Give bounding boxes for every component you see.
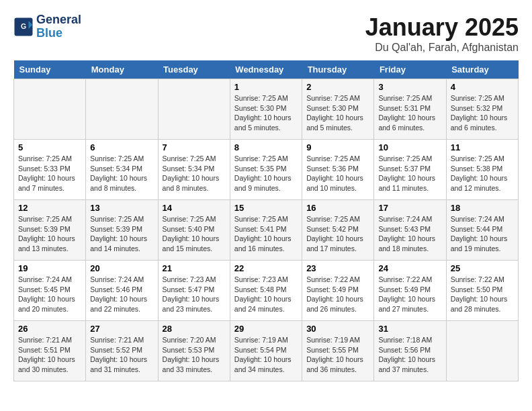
day-number: 1 [234, 82, 298, 92]
day-info: Sunrise: 7:25 AMSunset: 5:34 PMDaylight:… [163, 154, 226, 193]
day-number: 18 [451, 203, 514, 213]
day-number: 21 [163, 263, 226, 273]
calendar-cell: 11Sunrise: 7:25 AMSunset: 5:38 PMDayligh… [446, 140, 518, 200]
day-number: 9 [306, 142, 369, 152]
day-info: Sunrise: 7:24 AMSunset: 5:43 PMDaylight:… [378, 214, 441, 254]
svg-text:G: G [21, 22, 26, 30]
day-number: 17 [378, 203, 441, 213]
calendar-cell: 15Sunrise: 7:25 AMSunset: 5:41 PMDayligh… [230, 200, 302, 261]
day-info: Sunrise: 7:22 AMSunset: 5:49 PMDaylight:… [306, 275, 369, 314]
day-info: Sunrise: 7:25 AMSunset: 5:39 PMDaylight:… [90, 214, 153, 254]
logo-icon: G [13, 17, 34, 37]
calendar-cell: 24Sunrise: 7:22 AMSunset: 5:49 PMDayligh… [374, 261, 446, 321]
calendar-cell: 13Sunrise: 7:25 AMSunset: 5:39 PMDayligh… [86, 200, 158, 261]
header-friday: Friday [374, 60, 446, 79]
day-info: Sunrise: 7:24 AMSunset: 5:44 PMDaylight:… [451, 214, 514, 254]
logo-line1: General [36, 13, 81, 27]
calendar-cell: 22Sunrise: 7:23 AMSunset: 5:48 PMDayligh… [230, 261, 302, 321]
calendar-cell: 20Sunrise: 7:24 AMSunset: 5:46 PMDayligh… [86, 261, 158, 321]
day-number: 16 [306, 203, 369, 213]
calendar-cell: 29Sunrise: 7:19 AMSunset: 5:54 PMDayligh… [230, 321, 302, 381]
calendar-cell: 26Sunrise: 7:21 AMSunset: 5:51 PMDayligh… [14, 321, 86, 381]
calendar-cell [158, 79, 230, 140]
calendar-cell: 14Sunrise: 7:25 AMSunset: 5:40 PMDayligh… [158, 200, 230, 261]
calendar-cell: 4Sunrise: 7:25 AMSunset: 5:32 PMDaylight… [446, 79, 518, 140]
day-number: 29 [234, 324, 298, 334]
day-number: 22 [234, 263, 298, 273]
header-sunday: Sunday [14, 60, 86, 79]
calendar-cell: 31Sunrise: 7:18 AMSunset: 5:56 PMDayligh… [374, 321, 446, 381]
day-number: 19 [18, 263, 81, 273]
calendar-cell: 10Sunrise: 7:25 AMSunset: 5:37 PMDayligh… [374, 140, 446, 200]
day-number: 5 [18, 142, 81, 152]
calendar-cell: 1Sunrise: 7:25 AMSunset: 5:30 PMDaylight… [230, 79, 302, 140]
day-number: 2 [306, 82, 369, 92]
calendar-cell: 12Sunrise: 7:25 AMSunset: 5:39 PMDayligh… [14, 200, 86, 261]
day-info: Sunrise: 7:25 AMSunset: 5:34 PMDaylight:… [90, 154, 153, 193]
calendar-cell: 23Sunrise: 7:22 AMSunset: 5:49 PMDayligh… [302, 261, 374, 321]
day-info: Sunrise: 7:20 AMSunset: 5:53 PMDaylight:… [163, 335, 226, 375]
day-number: 3 [378, 82, 441, 92]
day-number: 12 [18, 203, 81, 213]
day-number: 25 [451, 263, 514, 273]
header: G General Blue January 2025 Du Qal'ah, F… [13, 13, 519, 54]
day-info: Sunrise: 7:21 AMSunset: 5:52 PMDaylight:… [90, 335, 153, 375]
calendar-cell: 25Sunrise: 7:22 AMSunset: 5:50 PMDayligh… [446, 261, 518, 321]
calendar-subtitle: Du Qal'ah, Farah, Afghanistan [365, 42, 519, 54]
calendar-week-2: 5Sunrise: 7:25 AMSunset: 5:33 PMDaylight… [14, 140, 519, 200]
day-info: Sunrise: 7:25 AMSunset: 5:38 PMDaylight:… [451, 154, 514, 193]
calendar-cell [446, 321, 518, 381]
day-info: Sunrise: 7:25 AMSunset: 5:35 PMDaylight:… [234, 154, 298, 193]
day-info: Sunrise: 7:25 AMSunset: 5:30 PMDaylight:… [306, 93, 369, 133]
calendar-week-3: 12Sunrise: 7:25 AMSunset: 5:39 PMDayligh… [14, 200, 519, 261]
day-info: Sunrise: 7:25 AMSunset: 5:36 PMDaylight:… [306, 154, 369, 193]
day-number: 24 [378, 263, 441, 273]
calendar-cell: 7Sunrise: 7:25 AMSunset: 5:34 PMDaylight… [158, 140, 230, 200]
day-number: 28 [163, 324, 226, 334]
day-info: Sunrise: 7:22 AMSunset: 5:49 PMDaylight:… [378, 275, 441, 314]
day-info: Sunrise: 7:19 AMSunset: 5:55 PMDaylight:… [306, 335, 369, 375]
day-number: 6 [90, 142, 153, 152]
header-tuesday: Tuesday [158, 60, 230, 79]
calendar-cell: 16Sunrise: 7:25 AMSunset: 5:42 PMDayligh… [302, 200, 374, 261]
calendar-cell: 28Sunrise: 7:20 AMSunset: 5:53 PMDayligh… [158, 321, 230, 381]
day-info: Sunrise: 7:25 AMSunset: 5:42 PMDaylight:… [306, 214, 369, 254]
day-number: 10 [378, 142, 441, 152]
day-number: 14 [163, 203, 226, 213]
calendar-cell: 27Sunrise: 7:21 AMSunset: 5:52 PMDayligh… [86, 321, 158, 381]
header-wednesday: Wednesday [230, 60, 302, 79]
day-number: 7 [163, 142, 226, 152]
calendar-cell: 19Sunrise: 7:24 AMSunset: 5:45 PMDayligh… [14, 261, 86, 321]
day-number: 15 [234, 203, 298, 213]
calendar-cell: 30Sunrise: 7:19 AMSunset: 5:55 PMDayligh… [302, 321, 374, 381]
header-thursday: Thursday [302, 60, 374, 79]
day-info: Sunrise: 7:22 AMSunset: 5:50 PMDaylight:… [451, 275, 514, 314]
day-number: 4 [451, 82, 514, 92]
day-number: 20 [90, 263, 153, 273]
calendar-cell: 6Sunrise: 7:25 AMSunset: 5:34 PMDaylight… [86, 140, 158, 200]
day-number: 13 [90, 203, 153, 213]
day-number: 27 [90, 324, 153, 334]
day-info: Sunrise: 7:25 AMSunset: 5:33 PMDaylight:… [18, 154, 81, 193]
header-saturday: Saturday [446, 60, 518, 79]
header-monday: Monday [86, 60, 158, 79]
calendar-table: SundayMondayTuesdayWednesdayThursdayFrid… [13, 60, 519, 381]
calendar-cell: 8Sunrise: 7:25 AMSunset: 5:35 PMDaylight… [230, 140, 302, 200]
calendar-cell: 18Sunrise: 7:24 AMSunset: 5:44 PMDayligh… [446, 200, 518, 261]
calendar-cell: 9Sunrise: 7:25 AMSunset: 5:36 PMDaylight… [302, 140, 374, 200]
day-info: Sunrise: 7:23 AMSunset: 5:47 PMDaylight:… [163, 275, 226, 314]
calendar-cell: 21Sunrise: 7:23 AMSunset: 5:47 PMDayligh… [158, 261, 230, 321]
calendar-title: January 2025 [365, 13, 519, 42]
calendar-cell: 17Sunrise: 7:24 AMSunset: 5:43 PMDayligh… [374, 200, 446, 261]
day-info: Sunrise: 7:24 AMSunset: 5:45 PMDaylight:… [18, 275, 81, 314]
day-info: Sunrise: 7:25 AMSunset: 5:39 PMDaylight:… [18, 214, 81, 254]
day-number: 11 [451, 142, 514, 152]
day-number: 8 [234, 142, 298, 152]
calendar-week-1: 1Sunrise: 7:25 AMSunset: 5:30 PMDaylight… [14, 79, 519, 140]
logo: G General Blue [13, 13, 81, 40]
day-info: Sunrise: 7:21 AMSunset: 5:51 PMDaylight:… [18, 335, 81, 375]
day-info: Sunrise: 7:19 AMSunset: 5:54 PMDaylight:… [234, 335, 298, 375]
day-info: Sunrise: 7:25 AMSunset: 5:31 PMDaylight:… [378, 93, 441, 133]
calendar-cell: 3Sunrise: 7:25 AMSunset: 5:31 PMDaylight… [374, 79, 446, 140]
day-number: 31 [378, 324, 441, 334]
